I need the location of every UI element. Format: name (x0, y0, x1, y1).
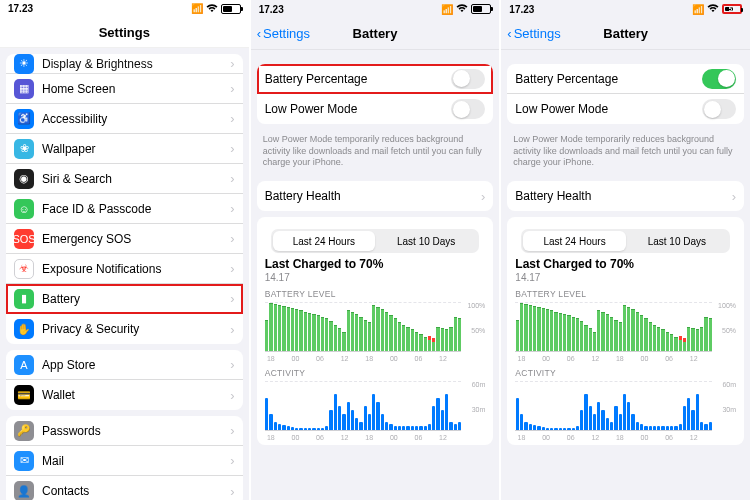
passwords-icon: 🔑 (14, 421, 34, 441)
accessibility-icon: ♿ (14, 109, 34, 129)
last-charged-title: Last Charged to 70% (265, 257, 486, 271)
tab-last-24h[interactable]: Last 24 Hours (273, 231, 375, 251)
settings-row[interactable]: 💳Wallet› (6, 380, 243, 410)
chevron-right-icon: › (230, 81, 234, 96)
battery-level-label: BATTERY LEVEL (265, 289, 486, 299)
settings-row[interactable]: 👤Contacts› (6, 476, 243, 500)
settings-row[interactable]: ▮Battery› (6, 284, 243, 314)
low-power-note: Low Power Mode temporarily reduces backg… (501, 130, 750, 175)
back-label: Settings (514, 26, 561, 41)
activity-label: ACTIVITY (515, 368, 736, 378)
battery-percent-text: 51 (729, 6, 736, 12)
home-screen-icon: ▦ (14, 79, 34, 99)
chevron-right-icon: › (230, 141, 234, 156)
chevron-right-icon: › (230, 56, 234, 71)
chevron-right-icon: › (230, 261, 234, 276)
status-time: 17.23 (8, 3, 33, 14)
activity-chart: 60m30m1800061218000612 (265, 381, 486, 441)
wifi-icon (707, 3, 719, 15)
wallet-icon: 💳 (14, 385, 34, 405)
tab-last-10d[interactable]: Last 10 Days (626, 231, 728, 251)
status-right: 📶 (441, 3, 491, 15)
row-low-power[interactable]: Low Power Mode (507, 94, 744, 124)
low-power-note: Low Power Mode temporarily reduces backg… (251, 130, 500, 175)
cell-signal-icon: 📶 (692, 4, 704, 15)
battery-level-chart: 100%50%1800061218000612 (515, 302, 736, 362)
tab-last-24h[interactable]: Last 24 Hours (523, 231, 625, 251)
nav-bar: ‹ Settings Battery (251, 18, 500, 50)
wallpaper-icon: ❀ (14, 139, 34, 159)
battery-content[interactable]: Battery Percentage Low Power Mode Low Po… (501, 50, 750, 500)
toggles-group: Battery Percentage Low Power Mode (257, 64, 494, 124)
time-range-segmented[interactable]: Last 24 Hours Last 10 Days (521, 229, 730, 253)
settings-row[interactable]: ▦Home Screen› (6, 74, 243, 104)
battery-percentage-switch[interactable] (451, 69, 485, 89)
row-battery-health[interactable]: Battery Health › (257, 181, 494, 211)
row-battery-health[interactable]: Battery Health › (507, 181, 744, 211)
settings-row[interactable]: ◉Siri & Search› (6, 164, 243, 194)
settings-row[interactable]: ☺Face ID & Passcode› (6, 194, 243, 224)
chevron-right-icon: › (230, 111, 234, 126)
chevron-right-icon: › (732, 189, 736, 204)
back-button[interactable]: ‹ Settings (507, 26, 560, 41)
faceid-icon: ☺ (14, 199, 34, 219)
last-charged-title: Last Charged to 70% (515, 257, 736, 271)
status-time: 17.23 (509, 4, 534, 15)
row-label: Exposure Notifications (42, 262, 230, 276)
row-label: Home Screen (42, 82, 230, 96)
row-low-power[interactable]: Low Power Mode (257, 94, 494, 124)
chevron-right-icon: › (230, 423, 234, 438)
siri-icon: ◉ (14, 169, 34, 189)
battery-health-group: Battery Health › (507, 181, 744, 211)
battery-content[interactable]: Battery Percentage Low Power Mode Low Po… (251, 50, 500, 500)
time-range-segmented[interactable]: Last 24 Hours Last 10 Days (271, 229, 480, 253)
settings-row[interactable]: ✉Mail› (6, 446, 243, 476)
settings-row[interactable]: SOSEmergency SOS› (6, 224, 243, 254)
row-label: App Store (42, 358, 230, 372)
battery-percentage-label: Battery Percentage (265, 72, 452, 86)
settings-row[interactable]: 🔑Passwords› (6, 416, 243, 446)
settings-row[interactable]: ☣Exposure Notifications› (6, 254, 243, 284)
settings-row[interactable]: ❀Wallpaper› (6, 134, 243, 164)
settings-row[interactable]: AApp Store› (6, 350, 243, 380)
settings-row[interactable]: ☀Display & Brightness› (6, 54, 243, 74)
settings-group-accounts: 🔑Passwords›✉Mail›👤Contacts› (6, 416, 243, 500)
last-charged-time: 14.17 (515, 272, 736, 283)
row-label: Face ID & Passcode (42, 202, 230, 216)
exposure-icon: ☣ (14, 259, 34, 279)
row-battery-percentage[interactable]: Battery Percentage (257, 64, 494, 94)
chevron-right-icon: › (230, 171, 234, 186)
settings-row[interactable]: ♿Accessibility› (6, 104, 243, 134)
row-battery-percentage[interactable]: Battery Percentage (507, 64, 744, 94)
settings-group-general: ☀Display & Brightness›▦Home Screen›♿Acce… (6, 54, 243, 344)
low-power-label: Low Power Mode (515, 102, 702, 116)
activity-label: ACTIVITY (265, 368, 486, 378)
nav-bar: Settings (0, 17, 249, 48)
low-power-switch[interactable] (451, 99, 485, 119)
chevron-right-icon: › (230, 291, 234, 306)
row-label: Emergency SOS (42, 232, 230, 246)
battery-icon (471, 4, 491, 14)
cell-signal-icon: 📶 (191, 3, 203, 14)
battery-icon (221, 4, 241, 14)
tab-last-10d[interactable]: Last 10 Days (375, 231, 477, 251)
settings-list[interactable]: ☀Display & Brightness›▦Home Screen›♿Acce… (0, 48, 249, 500)
battery-percentage-switch[interactable] (702, 69, 736, 89)
back-button[interactable]: ‹ Settings (257, 26, 310, 41)
battery-icon-with-percent: 51 (722, 4, 742, 14)
row-label: Passwords (42, 424, 230, 438)
activity-chart: 60m30m1800061218000612 (515, 381, 736, 441)
chevron-right-icon: › (481, 189, 485, 204)
chevron-right-icon: › (230, 357, 234, 372)
settings-row[interactable]: ✋Privacy & Security› (6, 314, 243, 344)
display-brightness-icon: ☀ (14, 54, 34, 74)
page-title: Settings (0, 25, 249, 40)
privacy-icon: ✋ (14, 319, 34, 339)
battery-icon: ▮ (14, 289, 34, 309)
low-power-switch[interactable] (702, 99, 736, 119)
status-bar: 17.23 📶 (0, 0, 249, 17)
settings-group-store: AApp Store›💳Wallet› (6, 350, 243, 410)
battery-percentage-label: Battery Percentage (515, 72, 702, 86)
row-label: Accessibility (42, 112, 230, 126)
wifi-icon (456, 3, 468, 15)
